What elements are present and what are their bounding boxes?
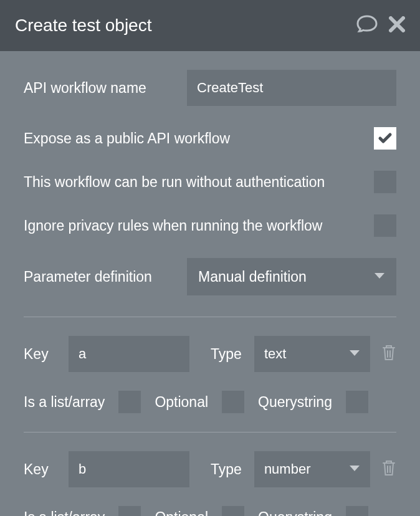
- ignore-privacy-checkbox[interactable]: [374, 214, 396, 237]
- trash-icon: [381, 459, 396, 477]
- api-workflow-name-label: API workflow name: [24, 80, 187, 97]
- param-row-key-type: Key Type number: [24, 451, 396, 487]
- close-icon[interactable]: [389, 16, 405, 35]
- titlebar-actions: [356, 15, 405, 36]
- is-list-label: Is a list/array: [24, 509, 105, 517]
- expose-public-checkbox[interactable]: [374, 127, 396, 150]
- dialog-title: Create test object: [15, 16, 151, 36]
- param-type-select[interactable]: number: [254, 451, 370, 487]
- api-workflow-name-input[interactable]: [187, 70, 396, 106]
- no-auth-label: This workflow can be run without authent…: [24, 174, 325, 191]
- param-row-flags: Is a list/array Optional Querystring: [24, 391, 396, 413]
- param-key-label: Key: [24, 346, 59, 363]
- param-key-label: Key: [24, 461, 59, 478]
- trash-icon: [381, 344, 396, 361]
- no-auth-checkbox[interactable]: [374, 171, 396, 193]
- titlebar: Create test object: [0, 0, 420, 51]
- delete-param-button[interactable]: [381, 344, 396, 364]
- param-row-flags: Is a list/array Optional Querystring: [24, 506, 396, 516]
- querystring-label: Querystring: [258, 509, 332, 517]
- row-param-definition: Parameter definition Manual definition: [24, 258, 396, 295]
- querystring-label: Querystring: [258, 394, 332, 411]
- optional-label: Optional: [155, 509, 208, 517]
- divider: [24, 317, 396, 317]
- divider: [24, 432, 396, 432]
- param-definition-label: Parameter definition: [24, 269, 187, 285]
- row-ignore-privacy: Ignore privacy rules when running the wo…: [24, 214, 396, 237]
- param-type-label: Type: [211, 346, 242, 363]
- chevron-down-icon: [349, 464, 360, 475]
- param-type-value: number: [264, 461, 311, 477]
- optional-checkbox[interactable]: [222, 391, 244, 413]
- optional-label: Optional: [155, 394, 208, 411]
- param-key-input[interactable]: [69, 336, 189, 372]
- param-type-value: text: [264, 346, 286, 362]
- optional-checkbox[interactable]: [222, 506, 244, 516]
- param-type-select[interactable]: text: [254, 336, 370, 372]
- row-api-workflow-name: API workflow name: [24, 70, 396, 106]
- querystring-checkbox[interactable]: [346, 391, 368, 413]
- delete-param-button[interactable]: [381, 459, 396, 479]
- param-definition-value: Manual definition: [198, 269, 307, 285]
- param-key-input[interactable]: [69, 451, 189, 487]
- row-no-auth: This workflow can be run without authent…: [24, 171, 396, 193]
- comment-icon[interactable]: [356, 15, 378, 36]
- expose-public-label: Expose as a public API workflow: [24, 130, 230, 147]
- chevron-down-icon: [374, 271, 385, 282]
- is-list-label: Is a list/array: [24, 394, 105, 411]
- dialog-body: API workflow name Expose as a public API…: [0, 51, 420, 516]
- param-definition-select[interactable]: Manual definition: [187, 258, 396, 295]
- row-expose-public: Expose as a public API workflow: [24, 127, 396, 150]
- querystring-checkbox[interactable]: [346, 506, 368, 516]
- param-type-label: Type: [211, 461, 242, 478]
- is-list-checkbox[interactable]: [118, 506, 141, 516]
- ignore-privacy-label: Ignore privacy rules when running the wo…: [24, 217, 322, 234]
- chevron-down-icon: [349, 348, 360, 360]
- param-row-key-type: Key Type text: [24, 336, 396, 372]
- is-list-checkbox[interactable]: [118, 391, 141, 413]
